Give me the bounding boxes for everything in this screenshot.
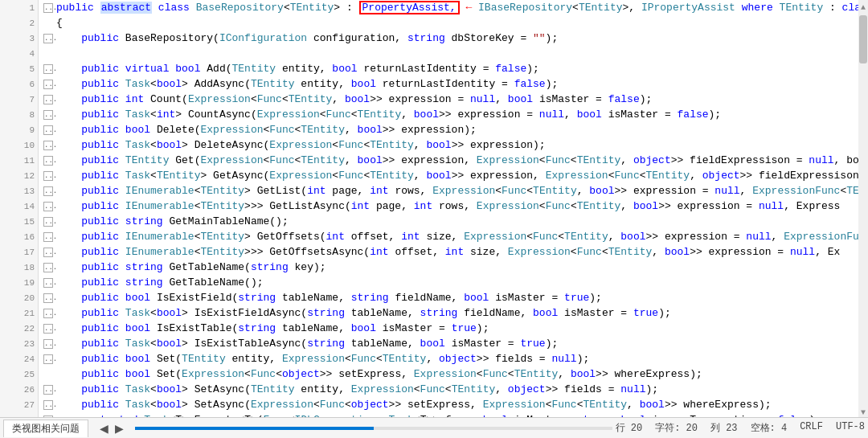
code-line-blank xyxy=(42,46,858,61)
collapse-btn-3[interactable]: ... xyxy=(43,34,53,43)
progress-bar xyxy=(135,427,612,430)
line-add-text: public virtual bool Add(TEntity entity, … xyxy=(56,63,539,75)
line-getoffsets-text: public IEnumerable<TEntity> GetOffsets(i… xyxy=(56,231,858,243)
collapse-btn-countasync[interactable]: ... xyxy=(43,110,53,120)
ln-indicator: 列 23 xyxy=(710,421,738,435)
collapse-btn-isexisttable[interactable]: ... xyxy=(43,324,53,334)
collapse-btn-getoffsets[interactable]: ... xyxy=(43,232,53,242)
scroll-up-btn[interactable]: ▲ xyxy=(861,3,866,12)
col-indicator: 字符: 20 xyxy=(655,421,698,435)
collapse-btn-delete[interactable]: ... xyxy=(43,125,53,135)
line-number-5: 5 xyxy=(0,61,38,76)
code-line-set: ... public bool Set(TEntity entity, Expr… xyxy=(42,351,858,366)
line-number-15: 15 xyxy=(0,214,38,229)
code-line-get: ... public TEntity Get(Expression<Func<T… xyxy=(42,153,858,168)
scroll-down-btn[interactable]: ▼ xyxy=(861,408,866,417)
line-number-6: 6 xyxy=(0,76,38,92)
code-line-deleteasync: ... public Task<bool> DeleteAsync(Expres… xyxy=(42,137,858,153)
line-gettablename-text: public string GetTableName(); xyxy=(56,276,264,289)
line-number-22: 22 xyxy=(0,321,38,336)
collapse-btn-get[interactable]: ... xyxy=(43,156,53,166)
bottom-nav: ◀ ▶ xyxy=(98,422,125,435)
collapse-btn-getasync[interactable]: ... xyxy=(43,171,53,181)
line-number-23: 23 xyxy=(0,336,38,351)
code-line-getlist: ... public IEnumerable<TEntity> GetList(… xyxy=(42,183,858,199)
collapse-btn-isexistfield[interactable]: ... xyxy=(43,293,53,303)
code-line-addasync: ... public Task<bool> AddAsync(TEntity e… xyxy=(42,76,858,92)
collapse-btn-getoffsetsasync[interactable]: ... xyxy=(43,248,53,257)
line-getlist-text: public IEnumerable<TEntity> GetList(int … xyxy=(56,185,858,197)
collapse-btn-addasync[interactable]: ... xyxy=(43,80,53,89)
code-line-delete: ... public bool Delete(Expression<Func<T… xyxy=(42,122,858,137)
code-line-set2: public bool Set(Expression<Func<object>>… xyxy=(42,366,858,382)
collapse-btn-add[interactable]: ... xyxy=(43,64,53,74)
line-1-text: public abstract class BaseRepository<TEn… xyxy=(56,1,858,14)
abstract-keyword: abstract xyxy=(100,2,152,14)
code-line-isexisttableasync: ... public Task<bool> IsExistTableAsync(… xyxy=(42,336,858,351)
collapse-btn-setasync2[interactable]: ... xyxy=(43,400,53,410)
property-assist-box: PropertyAssist, xyxy=(359,1,460,14)
collapse-btn-isexisttableasync[interactable]: ... xyxy=(43,339,53,349)
collapse-btn-setasync[interactable]: ... xyxy=(43,385,53,395)
line-getmaintablename-text: public string GetMainTableName(); xyxy=(56,215,289,227)
line-number-12: 12 xyxy=(0,168,38,183)
collapse-btn-deleteasync[interactable]: ... xyxy=(43,141,53,150)
line-number-24: 24 xyxy=(0,351,38,366)
bottom-tab-bar: 类视图相关问题 ◀ ▶ 行 20 字符: 20 列 23 空格: 4 CRLF … xyxy=(0,417,868,438)
line-isexistfieldasync-text: public Task<bool> IsExistFieldAsync(stri… xyxy=(56,307,671,319)
line-number-26: 26 xyxy=(0,382,38,397)
collapse-btn-getlist[interactable]: ... xyxy=(43,186,53,196)
line-setasync-text: public Task<bool> SetAsync(TEntity entit… xyxy=(56,383,658,395)
collapse-btn-gettablename[interactable]: ... xyxy=(43,278,53,288)
space-indicator: 空格: 4 xyxy=(751,421,788,435)
class-view-tab[interactable]: 类视图相关问题 xyxy=(3,420,88,437)
code-line-getoffsets: ... public IEnumerable<TEntity> GetOffse… xyxy=(42,229,858,244)
collapse-btn-getlistasync[interactable]: ... xyxy=(43,202,53,211)
line-number-4: 4 xyxy=(0,46,38,61)
line-gettablenamek-text: public string GetTableName(string key); xyxy=(56,261,326,273)
progress-fill xyxy=(135,427,374,430)
row-indicator: 行 20 xyxy=(616,421,643,435)
charset-indicator: UTF-8 xyxy=(836,421,865,435)
line-isexisttableasync-text: public Task<bool> IsExistTableAsync(stri… xyxy=(56,338,558,350)
line-number-19: 19 xyxy=(0,275,38,290)
code-line-isexistfield: ... public bool IsExistField(string tabl… xyxy=(42,290,858,305)
code-line-isexisttable: ... public bool IsExistTable(string tabl… xyxy=(42,321,858,336)
collapse-btn-gettablenamek[interactable]: ... xyxy=(43,263,53,272)
line-number-18: 18 xyxy=(0,260,38,275)
status-info: 行 20 字符: 20 列 23 空格: 4 CRLF UTF-8 xyxy=(616,421,865,435)
nav-fwd-btn[interactable]: ▶ xyxy=(113,422,125,435)
line-number-25: 25 xyxy=(0,366,38,382)
code-line-getlistasync: ... public IEnumerable<TEntity>>> GetLis… xyxy=(42,199,858,214)
vertical-scrollbar[interactable]: ▲ ▼ xyxy=(858,0,868,417)
line-addasync-text: public Task<bool> AddAsync(TEntity entit… xyxy=(56,78,558,90)
line-number-14: 14 xyxy=(0,199,38,214)
line-countasync-text: public Task<int> CountAsync(Expression<F… xyxy=(56,108,721,121)
collapse-btn-isexistfieldasync[interactable]: ... xyxy=(43,309,53,318)
line-number-10: 10 xyxy=(0,137,38,153)
line-number-11: 11 xyxy=(0,153,38,168)
code-line-setasync2: ... public Task<bool> SetAsync(Expressio… xyxy=(42,397,858,412)
line-number-9: 9 xyxy=(0,122,38,137)
collapse-btn-set[interactable]: ... xyxy=(43,354,53,364)
line-3-text: public BaseRepository(IConfiguration con… xyxy=(56,32,558,44)
line-number-21: 21 xyxy=(0,305,38,321)
collapse-btn-count[interactable]: ... xyxy=(43,95,53,104)
collapse-btn-1[interactable]: ... xyxy=(43,3,53,13)
line-number-20: 20 xyxy=(0,290,38,305)
editor-area: 1234567891011121314151617181920212223242… xyxy=(0,0,868,417)
line-numbers: 1234567891011121314151617181920212223242… xyxy=(0,0,39,417)
code-content[interactable]: ... public abstract class BaseRepository… xyxy=(39,0,858,417)
nav-back-btn[interactable]: ◀ xyxy=(98,422,110,435)
line-number-7: 7 xyxy=(0,92,38,107)
line-deleteasync-text: public Task<bool> DeleteAsync(Expression… xyxy=(56,139,546,151)
code-line-gettablenamek: ... public string GetTableName(string ke… xyxy=(42,260,858,275)
scroll-thumb[interactable] xyxy=(859,15,867,63)
line-number-27: 27 xyxy=(0,397,38,412)
line-setasync2-text: public Task<bool> SetAsync(Expression<Fu… xyxy=(56,399,772,411)
code-line-count: ... public int Count(Expression<Func<TEn… xyxy=(42,92,858,107)
collapse-btn-getmaintablename[interactable]: ... xyxy=(43,217,53,227)
code-line-getoffsetsasync: ... public IEnumerable<TEntity>>> GetOff… xyxy=(42,244,858,260)
line-number-2: 2 xyxy=(0,15,38,31)
line-set2-text: public bool Set(Expression<Func<object>>… xyxy=(56,368,702,380)
